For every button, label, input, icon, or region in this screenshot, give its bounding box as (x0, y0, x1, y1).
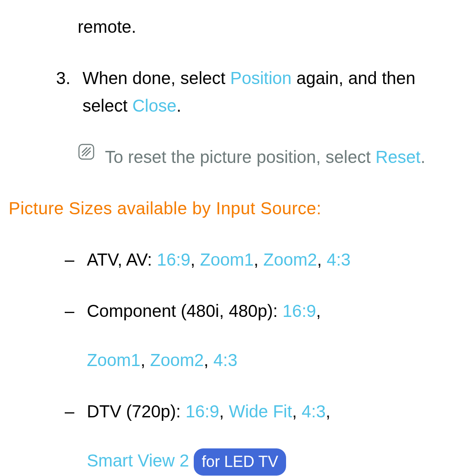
li3-label: DTV (720p): (87, 402, 186, 421)
size-4-3: 4:3 (214, 351, 238, 370)
note-text-b: . (421, 147, 425, 166)
sep: , (141, 351, 150, 370)
size-16-9: 16:9 (157, 250, 190, 269)
size-zoom1: Zoom1 (87, 351, 141, 370)
reset-option: Reset (375, 147, 421, 166)
size-smart-view-2: Smart View 2 (87, 451, 189, 470)
note-icon (78, 143, 97, 160)
sep: , (254, 250, 263, 269)
list-item-dtv: – DTV (720p): 16:9, Wide Fit, 4:3, Smart… (65, 398, 453, 476)
sep: , (317, 250, 327, 269)
list-item-component: – Component (480i, 480p): 16:9, Zoom1, Z… (65, 297, 453, 374)
position-option: Position (230, 69, 292, 88)
size-4-3: 4:3 (302, 402, 326, 421)
step3-text-a: When done, select (82, 69, 230, 88)
section-title: Picture Sizes available by Input Source: (9, 194, 453, 222)
li-body: Component (480i, 480p): 16:9, Zoom1, Zoo… (87, 297, 445, 374)
led-tv-badge: for LED TV (194, 448, 286, 476)
dash: – (65, 246, 82, 273)
close-option: Close (132, 96, 176, 115)
li1-label: ATV, AV: (87, 250, 157, 269)
li-body: ATV, AV: 16:9, Zoom1, Zoom2, 4:3 (87, 246, 445, 273)
size-4-3: 4:3 (327, 250, 351, 269)
sep: , (190, 250, 200, 269)
step-3: 3. When done, select Position again, and… (56, 64, 453, 119)
spacer (189, 451, 194, 470)
step-body: When done, select Position again, and th… (82, 64, 436, 119)
step-number: 3. (56, 64, 78, 92)
list-item-atv-av: – ATV, AV: 16:9, Zoom1, Zoom2, 4:3 (65, 246, 453, 273)
step3-text-c: . (176, 96, 181, 115)
li2-label: Component (480i, 480p): (87, 301, 283, 320)
sep-last: , (326, 402, 331, 421)
li-body: DTV (720p): 16:9, Wide Fit, 4:3, Smart V… (87, 398, 445, 476)
section-title-text: Picture Sizes available by Input Source: (9, 199, 321, 218)
note-body: To reset the picture position, select Re… (105, 143, 428, 171)
remote-text: remote. (78, 17, 136, 36)
dash: – (65, 297, 82, 325)
size-16-9: 16:9 (186, 402, 219, 421)
sep: , (292, 402, 302, 421)
size-16-9: 16:9 (283, 301, 316, 320)
size-zoom2: Zoom2 (150, 351, 204, 370)
prev-line-continuation: remote. (78, 13, 453, 41)
size-wide-fit: Wide Fit (229, 402, 292, 421)
note: To reset the picture position, select Re… (78, 143, 453, 171)
sep: , (316, 301, 321, 320)
sep: , (204, 351, 213, 370)
dash: – (65, 398, 82, 425)
note-text-a: To reset the picture position, select (105, 147, 375, 166)
size-zoom2: Zoom2 (263, 250, 317, 269)
size-zoom1: Zoom1 (200, 250, 254, 269)
sep: , (219, 402, 229, 421)
